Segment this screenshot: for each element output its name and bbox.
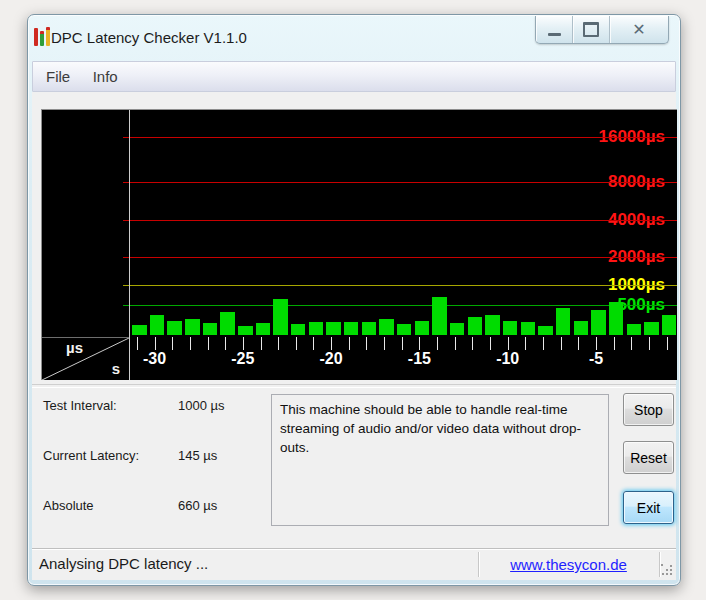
latency-bar xyxy=(397,324,412,335)
x-tick-label: -10 xyxy=(496,350,519,368)
menu-file[interactable]: File xyxy=(37,62,79,85)
x-tick xyxy=(278,337,279,350)
x-tick xyxy=(490,337,491,350)
x-tick xyxy=(331,337,332,350)
latency-bar xyxy=(468,317,483,335)
latency-bar xyxy=(503,321,518,335)
x-tick xyxy=(225,337,226,350)
x-tick xyxy=(437,337,438,350)
latency-bar xyxy=(203,323,218,335)
x-tick xyxy=(667,337,668,350)
latency-bar xyxy=(167,321,182,335)
close-button[interactable]: ✕ xyxy=(610,16,668,43)
latency-bar xyxy=(556,308,571,335)
statusbar-separator xyxy=(659,552,660,577)
latency-bar xyxy=(662,315,677,335)
info-row: Test Interval:1000 µs xyxy=(43,398,273,414)
info-row: Current Latency:145 µs xyxy=(43,448,273,464)
x-tick xyxy=(208,337,209,350)
latency-bar xyxy=(450,323,465,335)
latency-bar xyxy=(538,326,553,335)
x-tick xyxy=(155,337,156,350)
menubar: File Info xyxy=(32,61,676,92)
x-tick xyxy=(543,337,544,350)
x-tick xyxy=(561,337,562,350)
latency-bar xyxy=(344,322,359,335)
info-label: Current Latency: xyxy=(43,448,139,463)
x-tick-label: -15 xyxy=(408,350,431,368)
latency-chart: 16000µs8000µs4000µs2000µs1000µs500µs -30… xyxy=(41,109,677,380)
latency-bar xyxy=(309,322,324,335)
separator-line xyxy=(32,384,676,388)
reset-button[interactable]: Reset xyxy=(623,441,674,474)
x-unit-label: s xyxy=(112,360,120,377)
result-message-box: This machine should be able to handle re… xyxy=(271,394,609,526)
info-value: 145 µs xyxy=(178,448,217,463)
x-tick xyxy=(384,337,385,350)
close-icon: ✕ xyxy=(632,22,645,38)
x-tick xyxy=(190,337,191,350)
app-icon xyxy=(33,24,53,48)
axis-corner: µs s xyxy=(42,337,129,380)
minimize-icon xyxy=(548,33,561,36)
latency-bar xyxy=(238,326,253,335)
icon-bar-red xyxy=(34,28,38,46)
window-controls: ✕ xyxy=(535,16,669,44)
x-tick xyxy=(172,337,173,350)
stop-button[interactable]: Stop xyxy=(623,393,674,426)
plot-area xyxy=(130,110,677,337)
icon-bar-green xyxy=(40,31,44,46)
status-text: Analysing DPC latency ... xyxy=(39,555,208,572)
maximize-button[interactable] xyxy=(573,16,610,43)
latency-bar xyxy=(432,297,447,335)
info-label: Absolute xyxy=(43,498,94,513)
latency-bar xyxy=(644,322,659,335)
latency-bar xyxy=(609,302,624,335)
x-tick xyxy=(402,337,403,350)
x-tick xyxy=(261,337,262,350)
x-tick xyxy=(578,337,579,350)
minimize-button[interactable] xyxy=(536,16,573,43)
latency-bar xyxy=(185,319,200,335)
x-tick xyxy=(649,337,650,350)
latency-bar xyxy=(150,315,165,335)
latency-bar xyxy=(362,322,377,335)
latency-bar xyxy=(379,319,394,335)
window-title: DPC Latency Checker V1.1.0 xyxy=(51,29,247,46)
x-tick xyxy=(349,337,350,350)
latency-bar xyxy=(326,322,341,336)
x-tick-label: -20 xyxy=(320,350,343,368)
app-window: DPC Latency Checker V1.1.0 ✕ File Info 1… xyxy=(27,14,681,586)
titlebar[interactable]: DPC Latency Checker V1.1.0 ✕ xyxy=(28,15,680,61)
icon-bar-yellow xyxy=(46,27,50,46)
y-unit-label: µs xyxy=(66,339,83,356)
client-area: 16000µs8000µs4000µs2000µs1000µs500µs -30… xyxy=(32,92,676,548)
menu-info[interactable]: Info xyxy=(84,62,127,85)
x-tick-label: -5 xyxy=(589,350,603,368)
x-tick-label: -25 xyxy=(231,350,254,368)
latency-bar xyxy=(574,321,589,335)
x-tick xyxy=(631,337,632,350)
x-tick xyxy=(508,337,509,350)
info-value: 1000 µs xyxy=(178,398,225,413)
x-tick xyxy=(313,337,314,350)
x-tick xyxy=(243,337,244,350)
latency-bar xyxy=(591,310,606,335)
latency-bar xyxy=(256,323,271,335)
latency-bar xyxy=(132,325,147,335)
x-tick xyxy=(614,337,615,350)
x-tick-label: -30 xyxy=(143,350,166,368)
latency-bar xyxy=(415,321,430,335)
x-tick xyxy=(455,337,456,350)
x-tick xyxy=(472,337,473,350)
x-tick xyxy=(525,337,526,350)
latency-bar xyxy=(485,315,500,335)
x-tick xyxy=(366,337,367,350)
x-tick xyxy=(137,337,138,350)
exit-button[interactable]: Exit xyxy=(623,491,674,524)
desktop: DPC Latency Checker V1.1.0 ✕ File Info 1… xyxy=(0,0,706,600)
thesycon-link[interactable]: www.thesycon.de xyxy=(478,556,659,573)
resize-grip-icon[interactable] xyxy=(661,564,674,577)
latency-bar xyxy=(273,299,288,335)
maximize-icon xyxy=(583,22,599,37)
